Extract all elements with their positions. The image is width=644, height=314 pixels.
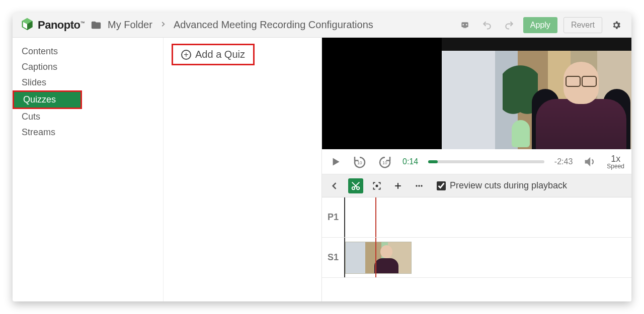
timeline-back-button[interactable]: [327, 178, 342, 193]
cut-tool-button[interactable]: [348, 178, 363, 193]
accessibility-icon[interactable]: [457, 17, 473, 33]
plus-circle-icon: +: [181, 50, 191, 60]
speed-label: Speed: [607, 163, 624, 169]
primary-stream-thumbnail: [442, 38, 631, 149]
svg-point-13: [416, 185, 417, 186]
undo-button[interactable]: [479, 17, 495, 33]
timeline-toolbar: Preview cuts during playback: [322, 174, 631, 197]
sidebar: Contents Captions Slides Quizzes Cuts St…: [13, 38, 164, 301]
clip-thumbnail[interactable]: [345, 242, 412, 274]
brand-name: Panopto™: [38, 19, 85, 32]
svg-point-1: [462, 24, 464, 25]
redo-button[interactable]: [501, 17, 517, 33]
progress-bar[interactable]: [428, 160, 544, 163]
forward-10-button[interactable]: 10: [377, 154, 392, 169]
speed-control[interactable]: 1x Speed: [607, 154, 624, 169]
playhead-icon[interactable]: [375, 238, 376, 277]
sidebar-item-captions[interactable]: Captions: [13, 59, 83, 75]
track-label-p1: P1: [322, 197, 345, 237]
track-body-p1[interactable]: [345, 197, 631, 237]
apply-button[interactable]: Apply: [523, 17, 557, 33]
brand-logo-icon: [20, 17, 35, 34]
svg-point-15: [421, 185, 422, 186]
header-bar: Panopto™ My Folder Advanced Meeting Reco…: [13, 13, 631, 38]
preview-cuts-input[interactable]: [437, 181, 446, 190]
track-body-s1[interactable]: [345, 238, 631, 277]
current-time: 0:14: [403, 157, 418, 166]
quiz-panel: + Add a Quiz: [164, 38, 321, 301]
preview-cuts-label: Preview cuts during playback: [450, 180, 567, 191]
track-row: P1: [322, 197, 631, 238]
brand-logo[interactable]: Panopto™: [20, 17, 85, 34]
more-tool-button[interactable]: [412, 178, 427, 193]
svg-rect-3: [463, 27, 467, 28]
volume-button[interactable]: [583, 155, 597, 169]
breadcrumb-folder[interactable]: My Folder: [108, 19, 152, 31]
play-button[interactable]: [329, 155, 342, 168]
video-preview[interactable]: [322, 38, 631, 149]
folder-icon[interactable]: [91, 20, 102, 31]
revert-button[interactable]: Revert: [564, 17, 602, 33]
speed-value: 1x: [607, 154, 624, 163]
svg-text:10: 10: [357, 160, 362, 165]
sidebar-item-slides[interactable]: Slides: [13, 75, 83, 90]
add-quiz-label: Add a Quiz: [195, 49, 245, 60]
preview-panel: 10 10 0:14 -2:43 1x Speed: [321, 38, 631, 301]
sidebar-item-quizzes[interactable]: Quizzes: [13, 90, 82, 109]
svg-point-10: [376, 185, 377, 186]
timeline-tracks[interactable]: P1 S1: [322, 197, 631, 301]
add-tool-button[interactable]: [390, 178, 406, 193]
body: Contents Captions Slides Quizzes Cuts St…: [13, 38, 631, 301]
svg-point-2: [466, 24, 467, 25]
add-quiz-button[interactable]: + Add a Quiz: [172, 44, 255, 65]
preview-cuts-checkbox[interactable]: Preview cuts during playback: [437, 180, 567, 191]
focus-tool-button[interactable]: [369, 178, 384, 193]
chevron-right-icon: [158, 20, 168, 30]
editor-window: Panopto™ My Folder Advanced Meeting Reco…: [13, 13, 631, 301]
track-label-s1: S1: [322, 238, 345, 277]
breadcrumb-title[interactable]: Advanced Meeting Recording Configuration…: [174, 19, 373, 31]
sidebar-item-cuts[interactable]: Cuts: [13, 109, 83, 125]
sidebar-item-contents[interactable]: Contents: [13, 44, 83, 59]
svg-text:10: 10: [382, 160, 387, 165]
svg-point-14: [418, 185, 420, 186]
svg-rect-0: [461, 22, 468, 27]
playback-controls: 10 10 0:14 -2:43 1x Speed: [322, 149, 631, 174]
settings-button[interactable]: [608, 17, 624, 33]
rewind-10-button[interactable]: 10: [352, 154, 367, 169]
sidebar-item-streams[interactable]: Streams: [13, 125, 83, 140]
remaining-time: -2:43: [554, 157, 573, 166]
playhead-icon[interactable]: [375, 197, 376, 237]
track-row: S1: [322, 238, 631, 278]
secondary-stream-blank: [322, 38, 442, 149]
